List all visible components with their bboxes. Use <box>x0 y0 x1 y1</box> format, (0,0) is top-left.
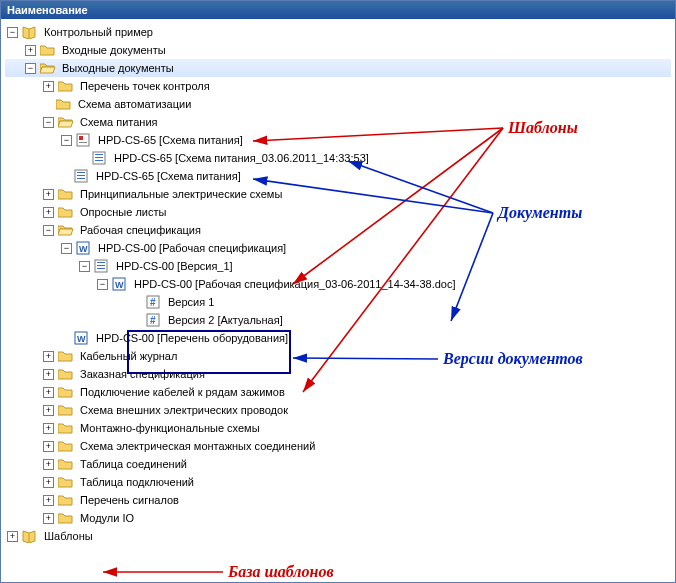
folder-icon <box>58 367 74 381</box>
toggle-minus[interactable]: − <box>61 135 72 146</box>
folder-icon <box>58 457 74 471</box>
tree-node[interactable]: −HPD-CS-00 [Версия_1] <box>5 257 671 275</box>
folder-open-icon <box>40 61 56 75</box>
folder-icon <box>40 43 56 57</box>
folder-icon <box>58 403 74 417</box>
toggle-plus[interactable]: + <box>43 369 54 380</box>
node-label: Схема питания <box>78 116 159 128</box>
tree-node[interactable]: Схема автоматизации <box>5 95 671 113</box>
tree-node-template[interactable]: −HPD-CS-00 [Рабочая спецификация] <box>5 239 671 257</box>
tree-node-workspec[interactable]: −Рабочая спецификация <box>5 221 671 239</box>
tree-node[interactable]: +Таблица подключений <box>5 473 671 491</box>
folder-icon <box>58 349 74 363</box>
toggle-plus[interactable]: + <box>7 531 18 542</box>
tree-node-version[interactable]: Версия 1 <box>5 293 671 311</box>
book-icon <box>22 25 38 39</box>
tree-node[interactable]: +Подключение кабелей к рядам зажимов <box>5 383 671 401</box>
folder-open-icon <box>58 115 74 129</box>
node-label: Схема внешних электрических проводок <box>78 404 290 416</box>
toggle-minus[interactable]: − <box>7 27 18 38</box>
folder-icon <box>58 511 74 525</box>
tree-node[interactable]: +Кабельный журнал <box>5 347 671 365</box>
tree-root[interactable]: − Контрольный пример <box>5 23 671 41</box>
tree-node[interactable]: +Модули IO <box>5 509 671 527</box>
node-label: HPD-CS-65 [Схема питания] <box>96 134 245 146</box>
book-icon <box>22 529 38 543</box>
toggle-plus[interactable]: + <box>43 207 54 218</box>
node-label: HPD-CS-65 [Схема питания_03.06.2011_14:3… <box>112 152 371 164</box>
folder-icon <box>58 475 74 489</box>
node-label: Шаблоны <box>42 530 95 542</box>
toggle-plus[interactable]: + <box>43 423 54 434</box>
toggle-minus[interactable]: − <box>79 261 90 272</box>
folder-icon <box>58 493 74 507</box>
toggle-minus[interactable]: − <box>25 63 36 74</box>
tree-node-templates[interactable]: + Шаблоны <box>5 527 671 545</box>
document-icon <box>94 259 110 273</box>
window-title: Наименование <box>1 1 675 19</box>
folder-icon <box>58 205 74 219</box>
tree-node[interactable]: +Монтажно-функциональные схемы <box>5 419 671 437</box>
tree-node-doc[interactable]: HPD-CS-65 [Схема питания_03.06.2011_14:3… <box>5 149 671 167</box>
toggle-plus[interactable]: + <box>43 477 54 488</box>
toggle-minus[interactable]: − <box>43 225 54 236</box>
node-label: Версия 1 <box>166 296 216 308</box>
node-label: Подключение кабелей к рядам зажимов <box>78 386 287 398</box>
tree-node[interactable]: +Схема электрическая монтажных соединени… <box>5 437 671 455</box>
node-label: Версия 2 [Актуальная] <box>166 314 285 326</box>
tree-node[interactable]: +Перечень сигналов <box>5 491 671 509</box>
tree-node-output[interactable]: − Выходные документы <box>5 59 671 77</box>
toggle-plus[interactable]: + <box>43 441 54 452</box>
hash-icon <box>146 295 162 309</box>
node-label: Входные документы <box>60 44 168 56</box>
word-icon <box>76 241 92 255</box>
toggle-minus[interactable]: − <box>97 279 108 290</box>
toggle-plus[interactable]: + <box>43 81 54 92</box>
tree-node-input[interactable]: + Входные документы <box>5 41 671 59</box>
node-label: HPD-CS-00 [Версия_1] <box>114 260 235 272</box>
tree-node[interactable]: +Перечень точек контроля <box>5 77 671 95</box>
tree-node[interactable]: +Опросные листы <box>5 203 671 221</box>
tree-node[interactable]: +Схема внешних электрических проводок <box>5 401 671 419</box>
toggle-plus[interactable]: + <box>43 351 54 362</box>
folder-icon <box>58 439 74 453</box>
node-label: Рабочая спецификация <box>78 224 203 236</box>
tree-node-power[interactable]: −Схема питания <box>5 113 671 131</box>
folder-icon <box>58 385 74 399</box>
node-label: HPD-CS-00 [Рабочая спецификация] <box>96 242 288 254</box>
toggle-plus[interactable]: + <box>43 405 54 416</box>
node-label: Перечень сигналов <box>78 494 181 506</box>
word-icon <box>112 277 128 291</box>
tree-node[interactable]: +Таблица соединений <box>5 455 671 473</box>
node-label: Модули IO <box>78 512 136 524</box>
toggle-minus[interactable]: − <box>61 243 72 254</box>
node-label: Монтажно-функциональные схемы <box>78 422 262 434</box>
tree-node-template[interactable]: HPD-CS-00 [Перечень оборудования] <box>5 329 671 347</box>
tree-node[interactable]: +Заказная спецификация <box>5 365 671 383</box>
toggle-plus[interactable]: + <box>43 495 54 506</box>
document-icon <box>92 151 108 165</box>
toggle-plus[interactable]: + <box>43 513 54 524</box>
node-label: Схема электрическая монтажных соединений <box>78 440 317 452</box>
folder-icon <box>58 79 74 93</box>
tree-node-doc[interactable]: HPD-CS-65 [Схема питания] <box>5 167 671 185</box>
node-label: Кабельный журнал <box>78 350 179 362</box>
tree-node[interactable]: +Принципиальные электрические схемы <box>5 185 671 203</box>
toggle-plus[interactable]: + <box>43 459 54 470</box>
node-label: Перечень точек контроля <box>78 80 212 92</box>
toggle-plus[interactable]: + <box>43 189 54 200</box>
node-label: Таблица подключений <box>78 476 196 488</box>
tree-node-doc[interactable]: −HPD-CS-00 [Рабочая спецификация_03-06-2… <box>5 275 671 293</box>
tree-node-version[interactable]: Версия 2 [Актуальная] <box>5 311 671 329</box>
folder-icon <box>58 421 74 435</box>
tree-node-template[interactable]: −HPD-CS-65 [Схема питания] <box>5 131 671 149</box>
node-label: Выходные документы <box>60 62 176 74</box>
node-label: HPD-CS-65 [Схема питания] <box>94 170 243 182</box>
toggle-plus[interactable]: + <box>25 45 36 56</box>
word-icon <box>74 331 90 345</box>
toggle-plus[interactable]: + <box>43 387 54 398</box>
node-label: Опросные листы <box>78 206 168 218</box>
folder-icon <box>58 187 74 201</box>
toggle-minus[interactable]: − <box>43 117 54 128</box>
annotation-template-base: База шаблонов <box>227 563 334 580</box>
